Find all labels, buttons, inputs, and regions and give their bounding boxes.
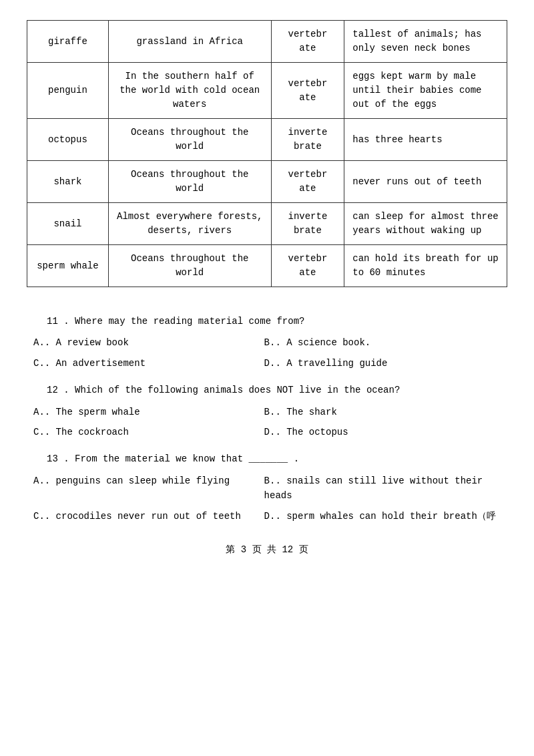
type-cell: vertebr ate [271,245,344,287]
options-row: C.. The cockroachD.. The octopus [27,425,507,439]
options-row: A.. A review bookB.. A science book. [27,335,507,350]
questions-section: 11 . Where may the reading material come… [27,314,507,524]
animal-cell: snail [27,203,109,245]
question-13: 13 . From the material we know that ____… [27,451,507,524]
animal-cell: shark [27,161,109,203]
habitat-cell: Almost everywhere forests, deserts, rive… [108,203,271,245]
option[interactable]: D.. sperm whales can hold their breath（呼 [258,509,507,524]
fact-cell: eggs kept warm by male until their babie… [344,63,507,119]
option[interactable]: A.. A review book [27,335,258,350]
animal-cell: penguin [27,63,109,119]
table-row: octopusOceans throughout the worldinvert… [27,119,507,161]
type-cell: vertebr ate [271,161,344,203]
type-cell: inverte brate [271,119,344,161]
fact-cell: never runs out of teeth [344,161,507,203]
table-row: sharkOceans throughout the worldvertebr … [27,161,507,203]
type-cell: vertebr ate [271,63,344,119]
options-row: A.. The sperm whaleB.. The shark [27,405,507,419]
table-row: sperm whaleOceans throughout the worldve… [27,245,507,287]
page-number: 第 3 页 共 12 页 [226,544,308,555]
option[interactable]: D.. The octopus [258,425,507,439]
question-text: 12 . Which of the following animals does… [47,383,507,397]
option[interactable]: B.. A science book. [258,335,507,350]
habitat-cell: Oceans throughout the world [108,245,271,287]
animal-cell: sperm whale [27,245,109,287]
habitat-cell: grassland in Africa [108,21,271,63]
animal-table: giraffegrassland in Africavertebr atetal… [27,20,507,287]
fact-cell: tallest of animals; has only seven neck … [344,21,507,63]
table-row: penguinIn the southern half of the world… [27,63,507,119]
habitat-cell: Oceans throughout the world [108,119,271,161]
option[interactable]: D.. A travelling guide [258,356,507,371]
options-row: C.. An advertisementD.. A travelling gui… [27,356,507,371]
option[interactable]: C.. The cockroach [27,425,258,439]
option[interactable]: A.. The sperm whale [27,405,258,419]
table-row: snailAlmost everywhere forests, deserts,… [27,203,507,245]
options-row: A.. penguins can sleep while flyingB.. s… [27,474,507,504]
page-footer: 第 3 页 共 12 页 [27,544,507,556]
fact-cell: has three hearts [344,119,507,161]
option[interactable]: C.. crocodiles never run out of teeth [27,509,258,524]
option[interactable]: B.. The shark [258,405,507,419]
fact-cell: can sleep for almost three years without… [344,203,507,245]
option[interactable]: A.. penguins can sleep while flying [27,474,258,504]
options-row: C.. crocodiles never run out of teethD..… [27,509,507,524]
table-row: giraffegrassland in Africavertebr atetal… [27,21,507,63]
animal-cell: giraffe [27,21,109,63]
fact-cell: can hold its breath for up to 60 minutes [344,245,507,287]
question-11: 11 . Where may the reading material come… [27,314,507,371]
habitat-cell: In the southern half of the world with c… [108,63,271,119]
option[interactable]: B.. snails can still live without their … [258,474,507,504]
type-cell: inverte brate [271,203,344,245]
question-12: 12 . Which of the following animals does… [27,383,507,439]
question-text: 13 . From the material we know that ____… [47,451,507,466]
option[interactable]: C.. An advertisement [27,356,258,371]
type-cell: vertebr ate [271,21,344,63]
habitat-cell: Oceans throughout the world [108,161,271,203]
question-text: 11 . Where may the reading material come… [47,314,507,329]
animal-cell: octopus [27,119,109,161]
